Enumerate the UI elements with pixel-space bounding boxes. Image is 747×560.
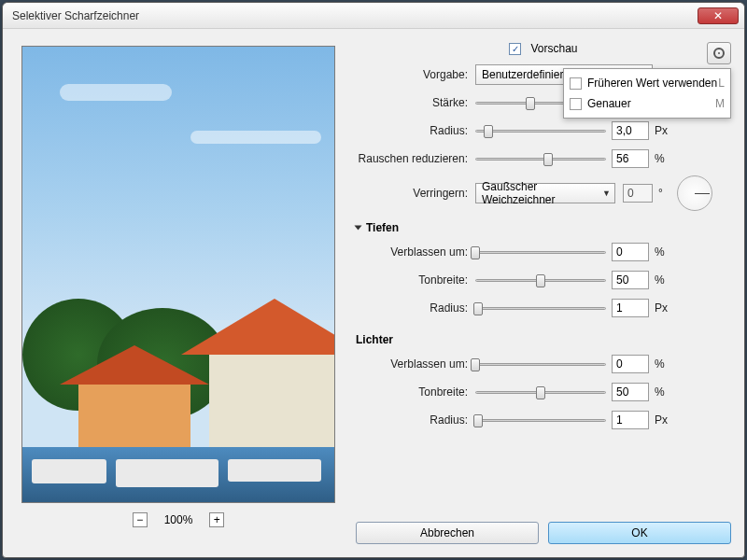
highlights-fade-input[interactable] <box>612 355 649 373</box>
gear-icon <box>713 48 725 59</box>
cancel-button[interactable]: Abbrechen <box>356 522 539 544</box>
radius-label: Radius: <box>356 124 475 137</box>
angle-dial[interactable] <box>677 175 712 211</box>
titlebar[interactable]: Selektiver Scharfzeichner ✕ <box>3 3 744 29</box>
dialog-window: Selektiver Scharfzeichner ✕ <box>2 2 745 558</box>
remove-label: Verringern: <box>356 187 475 200</box>
highlights-fade-label: Verblassen um: <box>356 357 475 371</box>
shadows-header[interactable]: Tiefen <box>356 221 731 234</box>
remove-dropdown[interactable]: Gaußscher Weichzeichner ▼ <box>475 183 615 203</box>
close-button[interactable]: ✕ <box>698 7 739 24</box>
highlights-tonal-label: Tonbreite: <box>356 385 475 399</box>
preset-label: Vorgabe: <box>356 68 475 81</box>
dialog-content: − 100% + ✓ Vorschau Früheren Wert verwen… <box>3 29 744 557</box>
shadows-tonal-input[interactable] <box>612 271 649 289</box>
popup-option-previous[interactable]: Früheren Wert verwenden L <box>570 73 725 93</box>
disclosure-triangle-icon <box>355 226 362 231</box>
preset-value: Benutzerdefiniert <box>482 68 567 81</box>
highlights-tonal-slider[interactable] <box>475 385 606 399</box>
noise-unit: % <box>649 152 668 165</box>
chevron-down-icon: ▼ <box>602 189 611 198</box>
amount-label: Stärke: <box>356 96 475 109</box>
highlights-radius-slider[interactable] <box>475 413 606 427</box>
shadows-fade-label: Verblassen um: <box>356 245 475 259</box>
noise-label: Rauschen reduzieren: <box>356 152 475 165</box>
preview-pane: − 100% + <box>21 46 335 527</box>
zoom-controls: − 100% + <box>21 512 335 527</box>
shadows-tonal-label: Tonbreite: <box>356 273 475 287</box>
settings-button[interactable] <box>707 42 731 64</box>
highlights-radius-input[interactable] <box>612 411 649 429</box>
button-bar: Abbrechen OK <box>356 522 731 544</box>
highlights-fade-slider[interactable] <box>475 357 606 371</box>
shadows-fade-slider[interactable] <box>475 245 606 259</box>
zoom-in-button[interactable]: + <box>209 512 224 527</box>
shadows-radius-input[interactable] <box>612 299 649 317</box>
preview-image[interactable] <box>21 46 335 503</box>
shadows-tonal-slider[interactable] <box>475 273 606 287</box>
highlights-header[interactable]: Lichter <box>356 333 731 346</box>
shadows-radius-slider[interactable] <box>475 301 606 315</box>
popup-checkbox-2[interactable] <box>570 98 582 110</box>
angle-unit: ° <box>653 187 671 200</box>
shadows-radius-label: Radius: <box>356 301 475 315</box>
popup-checkbox-1[interactable] <box>570 77 582 90</box>
highlights-tonal-input[interactable] <box>612 383 649 401</box>
zoom-out-button[interactable]: − <box>133 512 148 527</box>
highlights-radius-label: Radius: <box>356 413 475 427</box>
radius-slider[interactable] <box>475 123 606 138</box>
remove-value: Gaußscher Weichzeichner <box>482 180 602 206</box>
preview-checkbox[interactable]: ✓ <box>509 43 521 55</box>
radius-unit: Px <box>649 124 668 137</box>
popup-option-accurate[interactable]: Genauer M <box>570 93 725 114</box>
noise-input[interactable] <box>612 149 649 168</box>
settings-popup: Früheren Wert verwenden L Genauer M <box>563 68 731 119</box>
zoom-level: 100% <box>164 513 193 526</box>
radius-input[interactable] <box>612 121 649 140</box>
ok-button[interactable]: OK <box>548 522 731 544</box>
preview-checkbox-label: Vorschau <box>530 42 577 55</box>
noise-slider[interactable] <box>475 151 606 166</box>
shadows-fade-input[interactable] <box>612 243 649 261</box>
angle-input <box>623 184 653 203</box>
close-icon: ✕ <box>713 9 723 22</box>
controls-panel: ✓ Vorschau Früheren Wert verwenden L Gen… <box>356 42 731 544</box>
window-title: Selektiver Scharfzeichner <box>12 9 139 22</box>
